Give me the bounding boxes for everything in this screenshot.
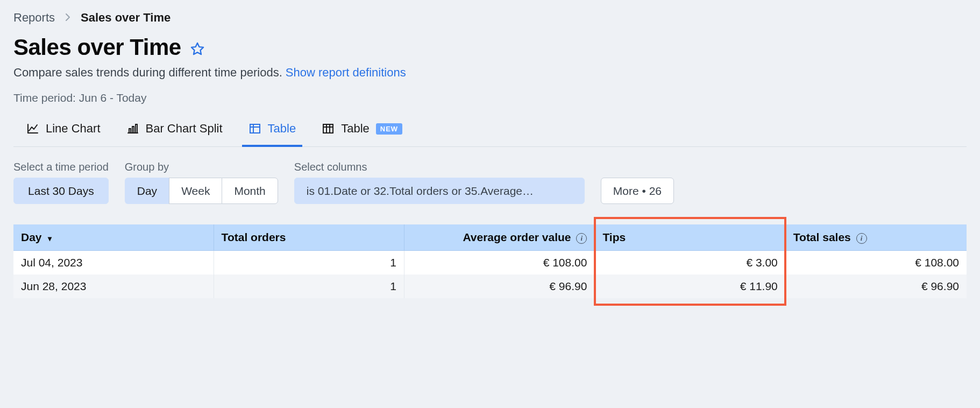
filter-label	[601, 161, 674, 173]
col-aov[interactable]: Average order value i	[404, 224, 595, 251]
group-by-week[interactable]: Week	[169, 178, 222, 204]
cell-total-sales: € 96.90	[785, 275, 967, 298]
col-tips[interactable]: Tips	[595, 224, 785, 251]
filter-group-by: Group by Day Week Month	[125, 161, 278, 204]
select-columns-button[interactable]: is 01.Date or 32.Total orders or 35.Aver…	[294, 178, 585, 204]
col-label: Total orders	[222, 231, 286, 243]
filter-more: More • 26	[601, 161, 674, 204]
filters-row: Select a time period Last 30 Days Group …	[13, 161, 967, 204]
table-row: Jul 04, 2023 1 € 108.00 € 3.00 € 108.00	[13, 251, 967, 275]
sales-table: Day ▾ Total orders Average order value i…	[13, 224, 967, 298]
filter-label: Select columns	[294, 161, 585, 173]
page-title: Sales over Time	[13, 34, 181, 60]
time-period-caption: Time period: Jun 6 - Today	[13, 92, 967, 104]
col-label: Day	[21, 231, 42, 243]
group-by-month[interactable]: Month	[222, 178, 278, 204]
tab-table-new[interactable]: Table NEW	[321, 117, 403, 146]
svg-rect-0	[129, 129, 131, 133]
col-label: Total sales	[793, 231, 851, 243]
table-wrap: Day ▾ Total orders Average order value i…	[13, 224, 967, 298]
tab-line-chart[interactable]: Line Chart	[25, 117, 102, 146]
new-badge: NEW	[376, 123, 402, 135]
table-header-row: Day ▾ Total orders Average order value i…	[13, 224, 967, 251]
tab-table-active[interactable]: Table	[247, 117, 297, 146]
breadcrumb-current: Sales over Time	[81, 11, 171, 25]
col-day[interactable]: Day ▾	[13, 224, 214, 251]
col-total-sales[interactable]: Total sales i	[785, 224, 967, 251]
table-row: Jun 28, 2023 1 € 96.90 € 11.90 € 96.90	[13, 275, 967, 298]
cell-aov: € 108.00	[404, 251, 595, 275]
group-by-day[interactable]: Day	[125, 178, 169, 204]
svg-rect-2	[136, 124, 137, 133]
chevron-down-icon: ▾	[48, 234, 52, 243]
info-icon[interactable]: i	[576, 233, 587, 244]
filter-time-period: Select a time period Last 30 Days	[13, 161, 109, 204]
bar-chart-icon	[126, 122, 139, 135]
tabs: Line Chart Bar Chart Split Table Table N…	[13, 117, 967, 147]
star-outline-icon[interactable]	[190, 41, 205, 57]
page-subtitle: Compare sales trends during different ti…	[13, 66, 967, 80]
table-icon	[322, 122, 335, 135]
tab-label: Bar Chart Split	[146, 122, 223, 136]
svg-rect-4	[323, 124, 333, 133]
tab-label: Table	[341, 122, 370, 136]
more-filters-button[interactable]: More • 26	[601, 178, 674, 204]
chevron-right-icon	[65, 13, 71, 23]
col-label: Average order value	[463, 231, 571, 243]
filter-label: Group by	[125, 161, 278, 173]
cell-tips: € 3.00	[595, 251, 785, 275]
cell-total-sales: € 108.00	[785, 251, 967, 275]
title-row: Sales over Time	[13, 34, 967, 60]
cell-day: Jul 04, 2023	[13, 251, 214, 275]
svg-rect-3	[250, 124, 260, 133]
breadcrumb-root[interactable]: Reports	[13, 11, 55, 25]
info-icon[interactable]: i	[856, 233, 867, 244]
tab-bar-chart-split[interactable]: Bar Chart Split	[125, 117, 224, 146]
cell-tips: € 11.90	[595, 275, 785, 298]
tab-label: Table	[268, 122, 296, 136]
show-definitions-link[interactable]: Show report definitions	[286, 66, 406, 79]
filter-label: Select a time period	[13, 161, 109, 173]
subtitle-text: Compare sales trends during different ti…	[13, 66, 286, 79]
line-chart-icon	[26, 122, 39, 135]
col-label: Tips	[602, 231, 626, 243]
group-by-segmented: Day Week Month	[125, 178, 278, 204]
table-icon	[248, 122, 261, 135]
cell-total-orders: 1	[214, 251, 404, 275]
filter-select-columns: Select columns is 01.Date or 32.Total or…	[294, 161, 585, 204]
cell-total-orders: 1	[214, 275, 404, 298]
svg-rect-1	[132, 126, 134, 133]
tab-label: Line Chart	[46, 122, 101, 136]
cell-aov: € 96.90	[404, 275, 595, 298]
col-total-orders[interactable]: Total orders	[214, 224, 404, 251]
breadcrumb: Reports Sales over Time	[13, 11, 967, 25]
time-period-button[interactable]: Last 30 Days	[13, 178, 109, 204]
cell-day: Jun 28, 2023	[13, 275, 214, 298]
